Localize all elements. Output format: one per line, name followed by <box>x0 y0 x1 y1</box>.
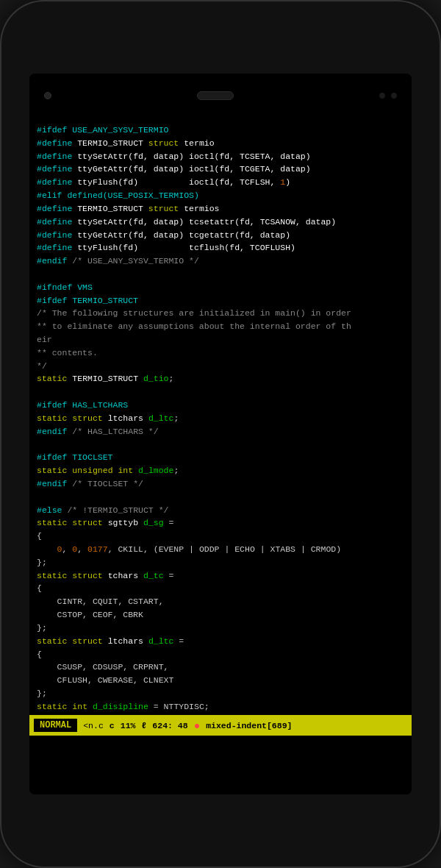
code-line: eir <box>37 333 404 346</box>
vim-position-num: 624: 48 <box>152 721 187 730</box>
code-line: { <box>37 530 404 543</box>
sensors-area <box>379 93 397 99</box>
vim-dot: ● <box>194 719 200 731</box>
vim-mode: NORMAL <box>34 719 77 732</box>
code-line: #define ttyFlush(fd) ioctl(fd, TCFLSH, 1… <box>37 176 404 189</box>
code-line: #define ttyGetAttr(fd, datap) ioctl(fd, … <box>37 163 404 176</box>
sensor-icon <box>379 93 385 99</box>
code-line: ** contents. <box>37 346 404 360</box>
code-line: }; <box>37 687 404 700</box>
code-line: #define ttySetAttr(fd, datap) tcsetattr(… <box>37 216 404 229</box>
code-line: #endif /* HAS_LTCHARS */ <box>37 425 404 438</box>
code-line: #define TERMIO_STRUCT struct termios <box>37 202 404 216</box>
code-line: static int d_disipline = NTTYDISC; <box>37 700 404 714</box>
vim-position: ℓ <box>141 721 146 730</box>
code-line: */ <box>37 360 404 373</box>
phone-device: #ifdef USE_ANY_SYSV_TERMIO #define TERMI… <box>0 0 441 868</box>
code-line: ** to eliminate any assumptions about th… <box>37 320 404 333</box>
code-line: }; <box>37 556 404 569</box>
code-line: static struct ltchars d_ltc; <box>37 412 404 425</box>
code-line: #ifdef TERMIO_STRUCT <box>37 294 404 307</box>
code-line: #define ttyGetAttr(fd, datap) tcgetattr(… <box>37 229 404 242</box>
sensor-icon-2 <box>391 93 397 99</box>
code-line: static unsigned int d_lmode; <box>37 464 404 477</box>
code-line: #endif /* TIOCLSET */ <box>37 477 404 491</box>
code-line: CSUSP, CDSUSP, CRPRNT, <box>37 661 404 674</box>
code-line <box>37 268 404 281</box>
code-line: #endif /* USE_ANY_SYSV_TERMIO */ <box>37 255 404 268</box>
code-editor[interactable]: #ifdef USE_ANY_SYSV_TERMIO #define TERMI… <box>29 118 412 715</box>
vim-filetype: c <box>110 721 115 730</box>
code-line <box>37 385 404 399</box>
code-line: }; <box>37 622 404 635</box>
code-line: #ifndef VMS <box>37 281 404 294</box>
code-line: { <box>37 582 404 595</box>
code-line: #define ttySetAttr(fd, datap) ioctl(fd, … <box>37 150 404 163</box>
code-line: { <box>37 648 404 661</box>
front-camera-icon <box>44 92 51 99</box>
phone-bottom-area <box>29 736 412 794</box>
code-line: CFLUSH, CWERASE, CLNEXT <box>37 674 404 687</box>
phone-top-bar <box>29 74 412 118</box>
code-line: #else /* !TERMIO_STRUCT */ <box>37 504 404 517</box>
code-line: #ifdef USE_ANY_SYSV_TERMIO <box>37 124 404 137</box>
code-line: static struct sgttyb d_sg = <box>37 516 404 530</box>
code-line: #elif defined(USE_POSIX_TERMIOS) <box>37 189 404 202</box>
code-line: static struct tchars d_tc = <box>37 569 404 583</box>
code-line: CINTR, CQUIT, CSTART, <box>37 595 404 608</box>
code-line <box>37 491 404 504</box>
vim-filename: <n.c <box>83 721 104 730</box>
code-line: static TERMIO_STRUCT d_tio; <box>37 372 404 385</box>
speaker-icon <box>197 91 234 100</box>
vim-progress: 11% <box>121 721 136 730</box>
code-line: /* The following structures are initiali… <box>37 307 404 320</box>
code-line: static struct ltchars d_ltc = <box>37 635 404 648</box>
code-line: #ifdef TIOCLSET <box>37 451 404 464</box>
code-line <box>37 438 404 452</box>
vim-status-bar: NORMAL <n.c c 11% ℓ 624: 48 ● mixed-inde… <box>29 715 412 736</box>
code-line: 0, 0, 0177, CKILL, (EVENP | ODDP | ECHO … <box>37 543 404 556</box>
code-line: CSTOP, CEOF, CBRK <box>37 608 404 622</box>
code-line: #define TERMIO_STRUCT struct termio <box>37 137 404 150</box>
phone-screen: #ifdef USE_ANY_SYSV_TERMIO #define TERMI… <box>29 74 412 794</box>
code-line: #ifdef HAS_LTCHARS <box>37 399 404 412</box>
code-line: #define ttyFlush(fd) tcflush(fd, TCOFLUS… <box>37 241 404 255</box>
vim-warning: mixed-indent[689] <box>206 721 292 730</box>
